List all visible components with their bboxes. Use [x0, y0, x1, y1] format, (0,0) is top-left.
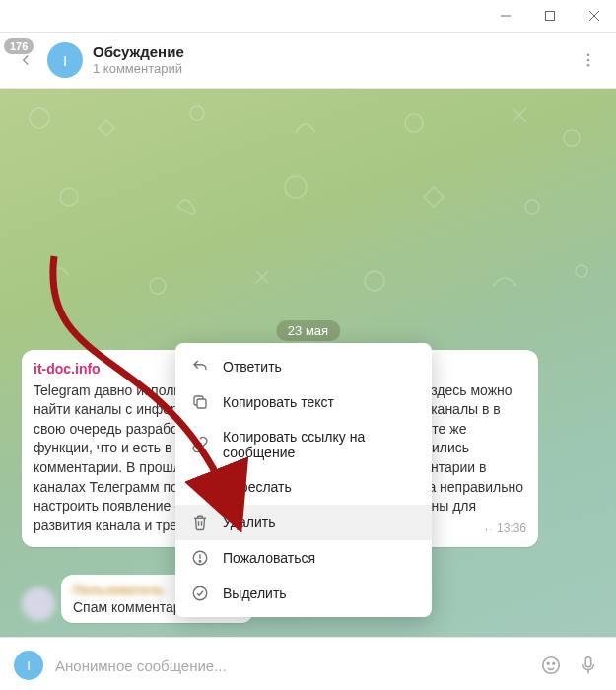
- svg-rect-1: [545, 12, 554, 21]
- menu-item-forward[interactable]: Переслать: [175, 469, 432, 505]
- more-menu-button[interactable]: [571, 42, 606, 78]
- menu-item-label: Переслать: [223, 479, 292, 495]
- menu-item-label: Копировать ссылку на сообщение: [223, 429, 416, 460]
- svg-rect-25: [585, 657, 591, 667]
- svg-point-24: [553, 662, 555, 664]
- chat-avatar[interactable]: I: [47, 42, 83, 78]
- message-time: 13:36: [482, 520, 526, 537]
- svg-point-22: [543, 657, 560, 674]
- input-avatar[interactable]: I: [14, 651, 43, 680]
- reply-icon: [191, 358, 209, 376]
- date-separator: 23 мая: [276, 320, 340, 341]
- svg-point-8: [190, 106, 204, 120]
- back-button[interactable]: 176: [10, 44, 41, 76]
- svg-point-23: [547, 662, 549, 664]
- svg-point-13: [525, 200, 539, 214]
- svg-point-16: [576, 265, 587, 277]
- menu-item-label: Удалить: [223, 515, 275, 530]
- svg-point-6: [587, 64, 590, 67]
- menu-item-reply[interactable]: Ответить: [175, 349, 432, 384]
- menu-item-select[interactable]: Выделить: [175, 576, 432, 611]
- context-menu: Ответить Копировать текст Копировать ссы…: [175, 343, 432, 617]
- svg-point-21: [193, 586, 207, 600]
- chat-header: 176 I Обсуждение 1 комментарий: [0, 33, 616, 89]
- copy-icon: [191, 393, 209, 411]
- pin-icon: [482, 523, 493, 534]
- chat-title: Обсуждение: [93, 43, 184, 61]
- menu-item-label: Выделить: [223, 586, 287, 601]
- svg-rect-17: [197, 399, 206, 408]
- chat-area: 23 мая it-doc.info Telegram давно исполь…: [0, 89, 616, 637]
- svg-point-12: [285, 176, 307, 198]
- svg-point-14: [150, 278, 166, 294]
- trash-icon: [191, 514, 209, 531]
- chat-subtitle: 1 комментарий: [93, 61, 184, 77]
- menu-item-report[interactable]: Пожаловаться: [175, 540, 432, 576]
- menu-item-copy-link[interactable]: Копировать ссылку на сообщение: [175, 420, 432, 469]
- voice-button[interactable]: [575, 652, 602, 679]
- svg-point-11: [60, 188, 78, 206]
- chat-title-block[interactable]: Обсуждение 1 комментарий: [93, 43, 184, 77]
- window-titlebar: [0, 0, 616, 33]
- message-input-bar: I: [0, 637, 616, 690]
- minimize-button[interactable]: [483, 0, 527, 32]
- message-input[interactable]: [53, 650, 527, 681]
- svg-point-9: [405, 114, 423, 132]
- menu-item-copy-text[interactable]: Копировать текст: [175, 384, 432, 420]
- forward-icon: [191, 478, 209, 496]
- emoji-button[interactable]: [537, 652, 565, 679]
- menu-item-label: Копировать текст: [223, 394, 334, 410]
- link-icon: [191, 436, 209, 453]
- menu-item-label: Пожаловаться: [223, 550, 315, 566]
- alert-icon: [191, 549, 209, 567]
- select-icon: [191, 585, 209, 602]
- svg-point-7: [30, 108, 49, 128]
- svg-point-4: [587, 53, 590, 56]
- svg-point-10: [564, 130, 580, 146]
- menu-item-delete[interactable]: Удалить: [175, 505, 432, 540]
- svg-point-15: [365, 271, 384, 291]
- close-window-button[interactable]: [572, 0, 616, 32]
- maximize-button[interactable]: [527, 0, 572, 32]
- unread-badge: 176: [4, 38, 34, 54]
- sender-avatar[interactable]: [22, 587, 55, 621]
- menu-item-label: Ответить: [223, 359, 282, 375]
- svg-point-5: [587, 59, 590, 62]
- svg-point-20: [199, 561, 201, 563]
